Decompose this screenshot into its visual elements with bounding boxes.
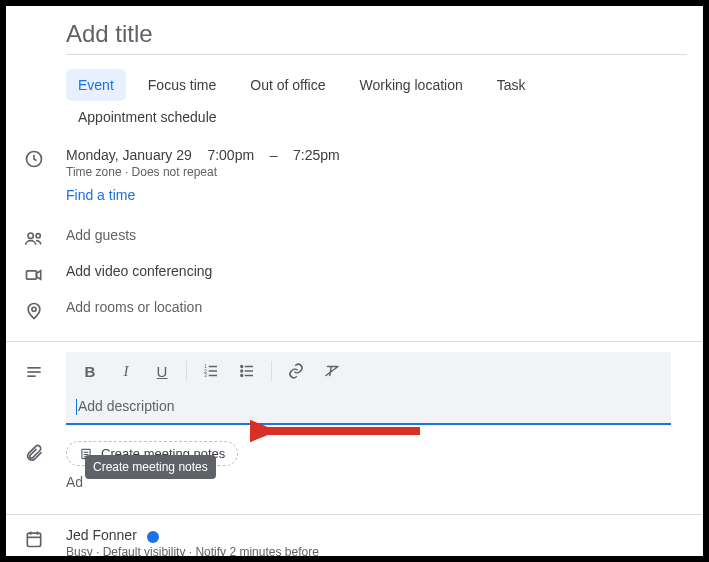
tab-focus-time[interactable]: Focus time bbox=[136, 69, 228, 101]
add-guests-field[interactable]: Add guests bbox=[66, 227, 136, 243]
tab-task[interactable]: Task bbox=[485, 69, 538, 101]
add-attachment-field[interactable]: Ad bbox=[66, 474, 83, 490]
recurrence-link[interactable]: Does not repeat bbox=[132, 165, 217, 179]
svg-text:3: 3 bbox=[204, 373, 207, 378]
calendar-icon bbox=[24, 529, 44, 549]
busy-status[interactable]: Busy bbox=[66, 545, 93, 559]
svg-rect-24 bbox=[27, 533, 40, 546]
tab-appointment-schedule[interactable]: Appointment schedule bbox=[66, 101, 229, 133]
clear-formatting-button[interactable] bbox=[316, 355, 348, 387]
svg-point-1 bbox=[28, 233, 33, 238]
svg-point-19 bbox=[241, 375, 243, 377]
video-icon bbox=[24, 265, 44, 285]
bold-button[interactable]: B bbox=[74, 355, 106, 387]
description-input[interactable]: Add description bbox=[66, 390, 671, 425]
event-type-tabs: Event Focus time Out of office Working l… bbox=[6, 55, 703, 141]
bulleted-list-button[interactable] bbox=[231, 355, 263, 387]
attachment-icon bbox=[24, 443, 44, 463]
link-button[interactable] bbox=[280, 355, 312, 387]
calendar-owner-name[interactable]: Jed Fonner bbox=[66, 527, 137, 543]
tab-out-of-office[interactable]: Out of office bbox=[238, 69, 337, 101]
description-placeholder: Add description bbox=[78, 398, 175, 414]
tab-event[interactable]: Event bbox=[66, 69, 126, 101]
date-text[interactable]: Monday, January 29 bbox=[66, 147, 192, 163]
time-separator: – bbox=[270, 147, 278, 163]
italic-button[interactable]: I bbox=[110, 355, 142, 387]
datetime-display[interactable]: Monday, January 29 7:00pm – 7:25pm bbox=[66, 147, 687, 163]
add-location-field[interactable]: Add rooms or location bbox=[66, 299, 202, 315]
svg-point-18 bbox=[241, 370, 243, 372]
timezone-link[interactable]: Time zone bbox=[66, 165, 122, 179]
description-icon bbox=[24, 362, 44, 382]
add-video-conferencing-button[interactable]: Add video conferencing bbox=[66, 263, 212, 279]
notification-status[interactable]: Notify 2 minutes before bbox=[195, 545, 318, 559]
svg-rect-3 bbox=[27, 271, 37, 279]
visibility-status[interactable]: Default visibility bbox=[103, 545, 186, 559]
event-title-input[interactable] bbox=[66, 16, 687, 55]
find-a-time-button[interactable]: Find a time bbox=[66, 187, 135, 203]
description-toolbar: B I U 1 2 3 bbox=[66, 352, 671, 390]
start-time[interactable]: 7:00pm bbox=[207, 147, 254, 163]
svg-point-2 bbox=[36, 234, 40, 238]
end-time[interactable]: 7:25pm bbox=[293, 147, 340, 163]
create-meeting-notes-tooltip: Create meeting notes bbox=[85, 455, 216, 479]
svg-point-17 bbox=[241, 366, 243, 368]
numbered-list-button[interactable]: 1 2 3 bbox=[195, 355, 227, 387]
location-icon bbox=[24, 301, 44, 321]
svg-point-4 bbox=[32, 307, 36, 311]
tab-working-location[interactable]: Working location bbox=[348, 69, 475, 101]
underline-button[interactable]: U bbox=[146, 355, 178, 387]
calendar-color-dot[interactable] bbox=[147, 531, 159, 543]
clock-icon bbox=[24, 149, 44, 169]
people-icon bbox=[24, 229, 44, 249]
